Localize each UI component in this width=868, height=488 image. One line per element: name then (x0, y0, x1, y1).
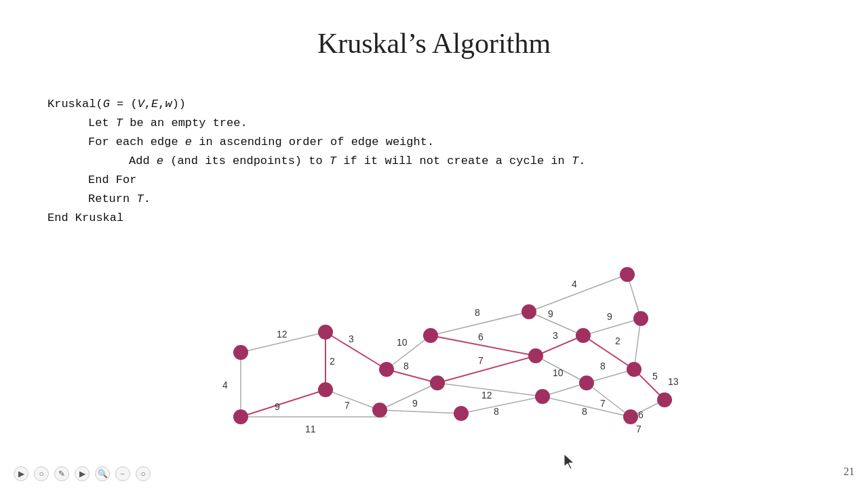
svg-text:9: 9 (412, 398, 418, 409)
node-n (579, 375, 594, 390)
pseudocode-block: Kruskal(G = (V,E,w)) Let T be an empty t… (47, 95, 585, 228)
code-line-5: End For (88, 171, 585, 190)
node-e (372, 403, 387, 418)
svg-text:5: 5 (652, 371, 658, 382)
node-i (454, 406, 469, 421)
svg-line-20 (380, 383, 437, 410)
svg-line-46 (583, 336, 634, 369)
node-l (535, 389, 550, 404)
toolbar-btn-2[interactable]: ○ (34, 466, 49, 481)
svg-text:8: 8 (600, 361, 606, 371)
toolbar: ▶ ○ ✎ ▶ 🔍 − ○ (14, 466, 151, 481)
node-r (620, 267, 635, 282)
code-line-7: End Kruskal (47, 209, 585, 228)
svg-line-25 (437, 356, 536, 383)
code-line-1: Kruskal(G = (V,E,w)) (47, 95, 585, 114)
svg-text:9: 9 (607, 311, 612, 322)
svg-line-35 (536, 336, 583, 356)
svg-text:7: 7 (636, 424, 642, 434)
node-b (233, 409, 248, 424)
node-o (623, 409, 638, 424)
svg-text:12: 12 (481, 390, 492, 401)
svg-text:3: 3 (349, 333, 354, 344)
toolbar-btn-4[interactable]: ▶ (75, 466, 90, 481)
svg-text:2: 2 (615, 336, 620, 346)
svg-line-18 (380, 410, 461, 413)
node-g (423, 328, 438, 343)
svg-text:7: 7 (344, 400, 350, 411)
svg-line-53 (634, 319, 641, 369)
svg-text:4: 4 (572, 279, 577, 289)
svg-text:6: 6 (638, 409, 644, 420)
code-line-2: Let T be an empty tree. (88, 114, 585, 133)
svg-line-29 (461, 396, 542, 413)
graph-svg: 4 12 9 11 2 3 7 10 8 9 8 (197, 264, 671, 441)
svg-text:10: 10 (553, 367, 564, 378)
toolbar-btn-1[interactable]: ▶ (14, 466, 28, 481)
svg-text:3: 3 (553, 330, 558, 341)
node-k (528, 348, 543, 363)
toolbar-btn-5[interactable]: 🔍 (95, 466, 110, 481)
toolbar-btn-7[interactable]: ○ (136, 466, 151, 481)
svg-line-33 (529, 274, 627, 312)
svg-text:10: 10 (397, 337, 408, 348)
toolbar-btn-6[interactable]: − (115, 466, 130, 481)
svg-text:13: 13 (668, 376, 679, 387)
svg-text:11: 11 (305, 424, 316, 434)
code-line-4: Add e (and its endpoints) to T if it wil… (129, 152, 585, 171)
node-a (233, 345, 248, 360)
toolbar-btn-3[interactable]: ✎ (54, 466, 69, 481)
node-c (318, 325, 333, 340)
node-s (657, 392, 672, 407)
svg-text:8: 8 (582, 406, 587, 417)
svg-text:2: 2 (330, 356, 335, 367)
code-line-6: Return T. (88, 190, 585, 209)
svg-line-16 (387, 369, 437, 383)
page-title: Kruskal’s Algorithm (0, 0, 868, 60)
svg-text:4: 4 (222, 380, 228, 390)
code-line-3: For each edge e in ascending order of ed… (88, 133, 585, 152)
svg-text:9: 9 (548, 308, 553, 319)
node-h (430, 375, 445, 390)
node-f (379, 362, 394, 377)
svg-text:8: 8 (494, 406, 499, 417)
svg-text:8: 8 (475, 307, 480, 318)
svg-text:8: 8 (403, 361, 409, 371)
svg-text:9: 9 (275, 401, 280, 412)
page-number: 21 (844, 466, 854, 478)
svg-line-12 (326, 390, 380, 410)
node-q (633, 311, 648, 326)
svg-text:6: 6 (478, 331, 484, 342)
svg-text:7: 7 (478, 355, 484, 366)
svg-text:7: 7 (600, 398, 606, 409)
svg-line-4 (241, 390, 326, 417)
node-j (521, 304, 536, 319)
svg-text:12: 12 (277, 329, 288, 340)
node-d (318, 382, 333, 397)
bottom-bar: ▶ ○ ✎ ▶ 🔍 − ○ (0, 466, 868, 481)
graph-container: 4 12 9 11 2 3 7 10 8 9 8 (197, 264, 671, 441)
node-m (576, 328, 591, 343)
node-p (627, 362, 642, 377)
